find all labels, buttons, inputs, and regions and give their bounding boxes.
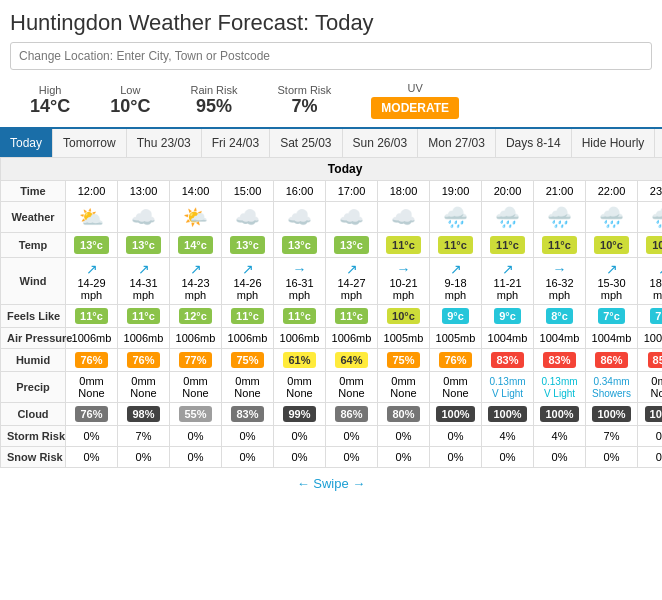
humid-cell: 83% bbox=[482, 349, 534, 372]
weather-icon: 🌧️ bbox=[651, 206, 662, 228]
temp-row-label: Temp bbox=[1, 233, 66, 258]
temp-cell: 13°c bbox=[326, 233, 378, 258]
wind-cell: →10-21mph bbox=[378, 258, 430, 305]
temp-cell: 11°c bbox=[534, 233, 586, 258]
wind-speed: 14-26mph bbox=[233, 277, 261, 301]
weather-row: Weather ⛅ ☁️ 🌤️ ☁️ ☁️ ☁️ ☁️ 🌧️ 🌧️ 🌧️ 🌧️ … bbox=[1, 202, 663, 233]
tab-tomorrow[interactable]: Tomorrow bbox=[53, 129, 127, 157]
humid-cell: 64% bbox=[326, 349, 378, 372]
wind-arrow-icon: ↗ bbox=[640, 261, 662, 277]
wind-cell: ↗15-30mph bbox=[586, 258, 638, 305]
forecast-wrapper: Today Time 12:00 13:00 14:00 15:00 16:00… bbox=[0, 157, 662, 468]
cloud-cell: 99% bbox=[274, 403, 326, 426]
tab-fri[interactable]: Fri 24/03 bbox=[202, 129, 270, 157]
high-label: High bbox=[30, 84, 70, 96]
tab-sun[interactable]: Sun 26/03 bbox=[343, 129, 419, 157]
weather-cell: ☁️ bbox=[274, 202, 326, 233]
wind-cell: ↗14-29mph bbox=[66, 258, 118, 305]
precip-cell: 0mmNone bbox=[66, 372, 118, 403]
cloud-value: 83% bbox=[231, 406, 263, 422]
feels-cell: 11°c bbox=[274, 305, 326, 328]
time-cell: 15:00 bbox=[222, 181, 274, 202]
search-bar[interactable] bbox=[10, 42, 652, 70]
time-row: Time 12:00 13:00 14:00 15:00 16:00 17:00… bbox=[1, 181, 663, 202]
wind-speed: 14-23mph bbox=[181, 277, 209, 301]
weather-icon: 🌧️ bbox=[443, 206, 468, 228]
time-cell: 19:00 bbox=[430, 181, 482, 202]
weather-icon: 🌧️ bbox=[599, 206, 624, 228]
temp-cell: 14°c bbox=[170, 233, 222, 258]
wind-cell: ↗9-18mph bbox=[430, 258, 482, 305]
time-cell: 16:00 bbox=[274, 181, 326, 202]
feels-value: 8°c bbox=[546, 308, 573, 324]
wind-arrow-icon: → bbox=[276, 261, 323, 277]
pressure-cell: 1005mb bbox=[378, 328, 430, 349]
weather-icon: ☁️ bbox=[339, 206, 364, 228]
feels-value: 11°c bbox=[127, 308, 160, 324]
storm-cell: 4% bbox=[534, 426, 586, 447]
high-value: 14°C bbox=[30, 96, 70, 117]
snow-cell: 0% bbox=[274, 447, 326, 468]
tab-sat[interactable]: Sat 25/03 bbox=[270, 129, 342, 157]
feels-cell: 11°c bbox=[222, 305, 274, 328]
search-input[interactable] bbox=[10, 42, 652, 70]
wind-speed: 15-30mph bbox=[597, 277, 625, 301]
temp-row: Temp 13°c 13°c 14°c 13°c 13°c 13°c 11°c … bbox=[1, 233, 663, 258]
tab-days[interactable]: Days 8-14 bbox=[496, 129, 572, 157]
feels-cell: 9°c bbox=[482, 305, 534, 328]
precip-cell: 0.34mmShowers bbox=[586, 372, 638, 403]
uv-badge: MODERATE bbox=[371, 97, 459, 119]
temp-value: 13°c bbox=[74, 236, 109, 254]
precip-value: 0mmNone bbox=[130, 375, 156, 399]
humid-cell: 75% bbox=[222, 349, 274, 372]
wind-arrow-icon: ↗ bbox=[328, 261, 375, 277]
tab-hide-hourly[interactable]: Hide Hourly bbox=[572, 129, 656, 157]
feels-cell: 7°c bbox=[638, 305, 663, 328]
temp-value: 10°c bbox=[594, 236, 629, 254]
pressure-row-label: Air Pressure bbox=[1, 328, 66, 349]
humid-cell: 76% bbox=[430, 349, 482, 372]
temp-value: 10°c bbox=[646, 236, 662, 254]
precip-value: 0mmNone bbox=[78, 375, 104, 399]
storm-cell: 0% bbox=[222, 426, 274, 447]
snow-cell: 0% bbox=[326, 447, 378, 468]
weather-cell: 🌧️ bbox=[638, 202, 663, 233]
weather-row-label: Weather bbox=[1, 202, 66, 233]
precip-cell: 0mmNone bbox=[430, 372, 482, 403]
cloud-value: 100% bbox=[592, 406, 630, 422]
wind-arrow-icon: ↗ bbox=[68, 261, 115, 277]
weather-icon: 🌤️ bbox=[183, 206, 208, 228]
snow-row: Snow Risk 0% 0% 0% 0% 0% 0% 0% 0% 0% 0% … bbox=[1, 447, 663, 468]
feels-value: 10°c bbox=[387, 308, 420, 324]
temp-value: 11°c bbox=[542, 236, 577, 254]
tab-today[interactable]: Today bbox=[0, 129, 53, 157]
uv-label: UV bbox=[371, 82, 459, 94]
tab-mon[interactable]: Mon 27/03 bbox=[418, 129, 496, 157]
precip-value: 0mmNone bbox=[650, 375, 662, 399]
weather-cell: ☁️ bbox=[326, 202, 378, 233]
snow-cell: 0% bbox=[586, 447, 638, 468]
precip-cell: 0mmNone bbox=[378, 372, 430, 403]
feels-value: 11°c bbox=[283, 308, 316, 324]
uv-summary: UV MODERATE bbox=[351, 82, 479, 119]
storm-cell: 0% bbox=[378, 426, 430, 447]
time-cell: 14:00 bbox=[170, 181, 222, 202]
weather-cell: ⛅ bbox=[66, 202, 118, 233]
cloud-row: Cloud 76% 98% 55% 83% 99% 86% 80% 100% 1… bbox=[1, 403, 663, 426]
pressure-row: Air Pressure 1006mb 1006mb 1006mb 1006mb… bbox=[1, 328, 663, 349]
temp-cell: 13°c bbox=[66, 233, 118, 258]
humid-cell: 75% bbox=[378, 349, 430, 372]
weather-icon: 🌧️ bbox=[547, 206, 572, 228]
wind-row: Wind ↗14-29mph ↗14-31mph ↗14-23mph ↗14-2… bbox=[1, 258, 663, 305]
weather-cell: 🌧️ bbox=[430, 202, 482, 233]
time-cell: 18:00 bbox=[378, 181, 430, 202]
cloud-cell: 100% bbox=[430, 403, 482, 426]
time-cell: 13:00 bbox=[118, 181, 170, 202]
tab-thu[interactable]: Thu 23/03 bbox=[127, 129, 202, 157]
precip-cell: 0mmNone bbox=[118, 372, 170, 403]
precip-value: 0mmNone bbox=[286, 375, 312, 399]
storm-label: Storm Risk bbox=[278, 84, 332, 96]
tab-celsius[interactable]: C bbox=[655, 129, 662, 157]
precip-cell: 0mmNone bbox=[638, 372, 663, 403]
weather-cell: 🌤️ bbox=[170, 202, 222, 233]
